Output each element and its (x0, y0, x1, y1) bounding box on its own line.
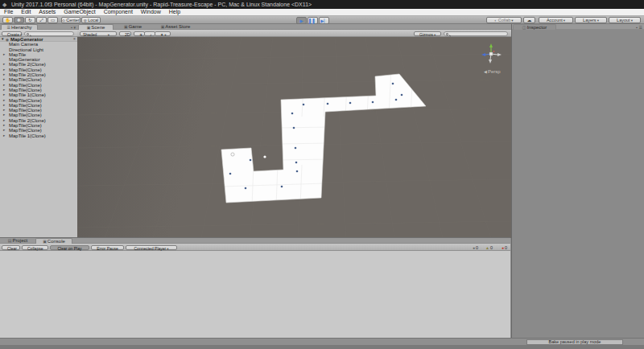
hierarchy-item-row[interactable]: ▸MapTile 1(Clone) (0, 133, 77, 138)
menu-item-file[interactable]: File (0, 9, 17, 15)
front-axis-cone[interactable] (489, 60, 492, 64)
tile-pivot-dot (392, 83, 394, 85)
tile-pivot-dot (372, 101, 374, 104)
tab-label: Asset Store (165, 24, 190, 29)
gizmos-dropdown[interactable]: Gizmos▾ (414, 31, 441, 36)
create-button[interactable]: Create▾ (2, 31, 22, 36)
menu-item-edit[interactable]: Edit (17, 9, 35, 15)
hierarchy-item-label: MapTile 1(Clone) (9, 133, 46, 138)
scene-effects-dropdown[interactable]: ✶▾ (155, 31, 171, 36)
menu-item-gameobject[interactable]: GameObject (60, 9, 99, 15)
search-icon (446, 33, 448, 35)
scene-lighting-toggle[interactable]: ☀ (134, 31, 145, 36)
scene-audio-toggle[interactable]: ♪ (144, 31, 155, 36)
game-tab-icon: ▣ (124, 24, 128, 29)
rect-tool[interactable]: ▭ (47, 17, 58, 23)
bake-status-button[interactable]: Bake paused in play mode (526, 339, 623, 345)
tile-pivot-dot (401, 94, 403, 96)
layers-dropdown[interactable]: Layers▾ (575, 17, 607, 23)
tab-hierarchy[interactable]: ☰Hierarchy (1, 24, 38, 30)
menu-item-window[interactable]: Window (137, 9, 165, 15)
error-icon: ● (502, 245, 504, 250)
persp-label[interactable]: Persp (488, 69, 501, 74)
tab-inspector[interactable]: ⓘInspector (513, 24, 556, 30)
scene-view-toolbar: Shaded▾ 2D ☀ ♪ ✶▾ Gizmos▾ (77, 30, 512, 37)
warning-count-badge[interactable]: ▲0 (485, 245, 493, 250)
tile-pivot-dot (281, 186, 283, 188)
collapse-button[interactable]: Collapse (22, 245, 48, 250)
z-axis-cone[interactable] (481, 53, 485, 56)
inspector-tab-strip: ⓘInspector ▪ ☰ (512, 24, 644, 30)
tile-pivot-dot (295, 147, 297, 150)
tab-scene[interactable]: ▣Scene (78, 24, 114, 30)
gizmo-center-cube[interactable] (489, 52, 493, 55)
pivot-center-button[interactable]: ◇ Center (61, 17, 80, 23)
window-title: Unity 2017.1.0f3 Personal (64bit) - MapG… (11, 0, 312, 9)
hierarchy-list: ▼◆≡MapGeneratorMain CameraDirectional Li… (0, 37, 77, 238)
info-icon: ● (473, 245, 475, 250)
console-button-label: Connected Player (134, 246, 166, 251)
account-dropdown[interactable]: Account▾ (539, 17, 573, 23)
layout-dropdown[interactable]: Layout▾ (609, 17, 641, 23)
tile-pivot-dot (245, 187, 247, 190)
pause-button[interactable]: ▌▌ (308, 17, 318, 24)
scene-viewport[interactable]: ◀ Persp (77, 37, 512, 238)
play-button[interactable]: ▶ (296, 17, 307, 24)
tile-pivot-dot (229, 173, 232, 175)
menu-item-help[interactable]: Help (165, 9, 184, 15)
hierarchy-create-bar: Create▾ (0, 30, 77, 37)
tile-pivot-dot (296, 170, 299, 173)
tab-asset-store[interactable]: ▣Asset Store (152, 24, 199, 30)
title-bar: ◆ Unity 2017.1.0f3 Personal (64bit) - Ma… (0, 0, 644, 9)
y-axis-cone[interactable] (489, 43, 493, 47)
connected-player-button[interactable]: Connected Player▾ (126, 245, 177, 250)
rotate-tool[interactable]: ↻ (25, 17, 35, 23)
info-count-badge[interactable]: ●0 (473, 245, 478, 250)
unity-logo-icon: ◆ (2, 2, 8, 7)
error-pause-button[interactable]: Error Pause (91, 245, 124, 250)
bottom-tab-strip: ▤Project▣Console (0, 238, 510, 244)
window-bottom-strip (0, 345, 644, 349)
space-local-button[interactable]: ◎ Local (81, 17, 101, 23)
hand-tool[interactable]: ✋ (2, 17, 13, 23)
tab-game[interactable]: ▣Game (115, 24, 151, 30)
unity-editor-window: ◆ Unity 2017.1.0f3 Personal (64bit) - Ma… (0, 0, 644, 349)
clear-button[interactable]: Clear (2, 245, 20, 250)
x-axis-cone[interactable] (497, 53, 502, 56)
tab-console[interactable]: ▣Console (35, 238, 72, 244)
collab-dropdown[interactable]: ◐ Collab▾ (486, 17, 522, 23)
tile-pivot-dot (303, 104, 305, 106)
cloud-button[interactable]: ☁ (523, 17, 535, 23)
tile-pivot-dot (349, 102, 352, 105)
scene-search-input[interactable] (444, 31, 508, 36)
x-axis-dot (493, 51, 495, 52)
inspector-body (512, 30, 644, 338)
scene-orientation-gizmo[interactable] (481, 43, 502, 64)
map-tile-path[interactable] (221, 74, 426, 203)
hierarchy-tab-strip: ☰Hierarchy ▪ ▾ (0, 24, 77, 30)
hierarchy-search-input[interactable] (24, 31, 74, 36)
foldout-collapsed-icon[interactable]: ▸ (3, 133, 5, 138)
error-count-badge[interactable]: ●0 (502, 245, 507, 250)
asset-store-tab-icon: ▣ (161, 24, 165, 29)
2d-toggle[interactable]: 2D (119, 31, 131, 36)
tab-label: Game (129, 24, 142, 29)
tile-pivot-dot (327, 103, 329, 105)
tab-label: Project (13, 238, 28, 243)
console-log-area[interactable] (0, 251, 510, 338)
shading-mode-dropdown[interactable]: Shaded▾ (80, 31, 117, 36)
loose-tile-dot (263, 155, 266, 158)
clear-on-play-button[interactable]: Clear on Play (50, 245, 89, 250)
console-button-label: Clear on Play (57, 246, 81, 251)
step-button[interactable]: ▶▏ (319, 17, 329, 24)
tile-pivot-dot (291, 113, 294, 115)
menu-item-component[interactable]: Component (100, 9, 137, 15)
scale-tool[interactable]: ⤢ (36, 17, 47, 23)
tile-pivot-dot (293, 127, 295, 129)
warning-icon: ▲ (485, 245, 489, 250)
console-toolbar: ●0 ▲0 ●0 ClearCollapseClear on PlayError… (0, 244, 510, 251)
status-bar: Bake paused in play mode (0, 338, 644, 345)
menu-item-assets[interactable]: Assets (35, 9, 60, 15)
move-tool[interactable]: ✚ (14, 17, 24, 23)
tab-project[interactable]: ▤Project (2, 238, 34, 244)
